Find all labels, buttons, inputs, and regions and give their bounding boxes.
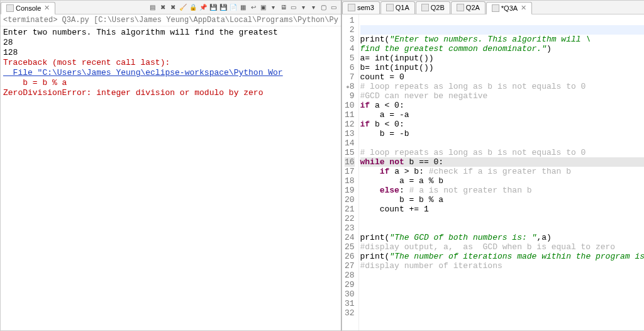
code-line[interactable]: if a < 0: [360, 101, 645, 110]
drop2-icon[interactable]: ▾ [299, 3, 308, 12]
console-line: 128 [3, 48, 338, 58]
console-output[interactable]: Enter two numbers. This algorithm will f… [1, 26, 341, 330]
line-number: ●8 [345, 82, 355, 91]
console-line[interactable]: File "C:\Users\James Yeung\eclipse-works… [3, 68, 338, 78]
code-line[interactable]: # loop repeats as long as b is not equal… [360, 148, 645, 157]
close-view-icon[interactable]: ▭ [330, 3, 338, 12]
line-number: 23 [345, 223, 355, 233]
console-tab[interactable]: Console ✕ [1, 2, 55, 14]
code-line[interactable]: count += 1 [360, 205, 645, 214]
scroll-lock-icon[interactable]: 🔒 [189, 3, 197, 12]
editor-body[interactable]: 1234567●89101112131415161718192021222324… [342, 14, 644, 330]
copy-icon[interactable]: 📄 [229, 3, 238, 12]
select-all-icon[interactable]: ▦ [239, 3, 248, 12]
token: # loop repeats as long as b is not equal… [360, 148, 586, 157]
editor-tab-Q3A[interactable]: *Q3A✕ [486, 2, 532, 14]
console-line: Enter two numbers. This algorithm will f… [3, 28, 338, 38]
line-number: 13 [345, 129, 355, 138]
pin-icon[interactable]: 📌 [199, 3, 208, 12]
file-icon [348, 4, 355, 11]
editor-tab-Q1A[interactable]: Q1A [380, 1, 415, 14]
token: a < 0: [370, 101, 404, 110]
code-area[interactable]: print("Enter two numbers. This algorithm… [359, 14, 645, 330]
minimize-icon[interactable]: ▭ [289, 3, 298, 12]
monitor-icon[interactable]: 🖥 [279, 3, 288, 12]
save-icon[interactable]: 💾 [209, 3, 218, 12]
code-line[interactable] [360, 16, 645, 25]
maximize-icon[interactable]: ▢ [319, 3, 328, 12]
wrap-icon[interactable]: ↩ [249, 3, 258, 12]
token: b= int(input()) [360, 63, 434, 72]
code-line[interactable]: if a > b: #check if a is greater than b [360, 167, 645, 176]
token: a = -a [360, 110, 409, 120]
code-line[interactable]: else: # a is not greater than b [360, 186, 645, 195]
code-line[interactable]: if b < 0: [360, 120, 645, 129]
console-process-label: <terminated> Q3A.py [C:\Users\James Yeun… [1, 14, 341, 26]
code-line[interactable]: a= int(input()) [360, 53, 645, 63]
code-line[interactable]: a = -a [360, 110, 645, 120]
editor-tab-Q2B[interactable]: Q2B [416, 1, 450, 14]
drop-down-icon[interactable]: ▾ [269, 3, 278, 12]
code-line[interactable]: print("The GCD of both numbers is: ",a) [360, 233, 645, 242]
code-line[interactable] [360, 289, 645, 299]
code-line[interactable]: # loop repeats as long as b is not equal… [360, 82, 645, 91]
code-line[interactable] [360, 280, 645, 289]
line-number: 32 [345, 308, 355, 318]
code-line[interactable] [360, 271, 645, 280]
line-number: 14 [345, 138, 355, 148]
token: ,a) [536, 233, 551, 242]
line-number: 4 [345, 44, 355, 53]
line-number: 1 [345, 16, 355, 25]
stop-all-icon[interactable]: ✖ [169, 3, 177, 12]
token: # loop repeats as long as b is not equal… [360, 82, 586, 91]
editor-tab-sem3[interactable]: sem3 [342, 1, 380, 14]
editor-tab-label: Q1A [396, 4, 409, 11]
token: b == 0: [404, 157, 443, 167]
code-line[interactable] [360, 214, 645, 223]
code-line[interactable]: #GCD can never be negative [360, 91, 645, 101]
close-icon[interactable]: ✕ [44, 4, 50, 12]
console-line: ZeroDivisionError: integer division or m… [3, 88, 338, 98]
line-number: 16 [345, 157, 355, 167]
stop-icon[interactable]: ✖ [158, 3, 167, 12]
close-icon[interactable]: ✕ [521, 4, 526, 12]
line-number: 20 [345, 195, 355, 205]
code-line[interactable] [360, 299, 645, 308]
open-console-icon[interactable]: ▣ [259, 3, 268, 12]
code-line[interactable]: #display number of iterations [360, 261, 645, 271]
caret-icon[interactable]: ▾ [309, 3, 318, 12]
code-line[interactable]: find the greatest common denominator.") [360, 44, 645, 53]
list-icon[interactable]: ▤ [148, 3, 157, 12]
code-line[interactable]: count = 0 [360, 72, 645, 82]
token: while [360, 157, 385, 167]
token: #display number of iterations [360, 261, 502, 271]
line-number: 11 [345, 110, 355, 120]
code-line[interactable]: #display output, a, as GCD when b is equ… [360, 242, 645, 252]
code-line[interactable] [360, 25, 645, 35]
file-icon [386, 4, 394, 11]
token [360, 186, 380, 195]
line-number: 27 [345, 261, 355, 271]
code-line[interactable]: b = b % a [360, 195, 645, 205]
code-line[interactable]: while not b == 0: [360, 157, 645, 167]
token: print [360, 233, 385, 242]
token: if [360, 101, 370, 110]
editor-tab-Q2A[interactable]: Q2A [451, 1, 486, 14]
token: a > b: [389, 167, 428, 176]
code-line[interactable] [360, 223, 645, 233]
code-line[interactable] [360, 308, 645, 318]
code-line[interactable] [360, 138, 645, 148]
code-line[interactable]: print("Enter two numbers. This algorithm… [360, 35, 645, 44]
editor-tab-label: Q2A [466, 4, 480, 11]
token: count = 0 [360, 72, 404, 82]
code-line[interactable]: print("The number of iterations made wit… [360, 252, 645, 261]
token: count += 1 [360, 205, 429, 214]
code-line[interactable]: a = a % b [360, 176, 645, 186]
clear-icon[interactable]: 🧹 [179, 3, 187, 12]
line-number: 21 [345, 205, 355, 214]
save-all-icon[interactable]: 💾 [219, 3, 228, 12]
code-line[interactable]: b= int(input()) [360, 63, 645, 72]
token: find the greatest common denominator." [360, 44, 547, 53]
code-line[interactable]: b = -b [360, 129, 645, 138]
editor-tab-label: *Q3A [501, 4, 518, 12]
